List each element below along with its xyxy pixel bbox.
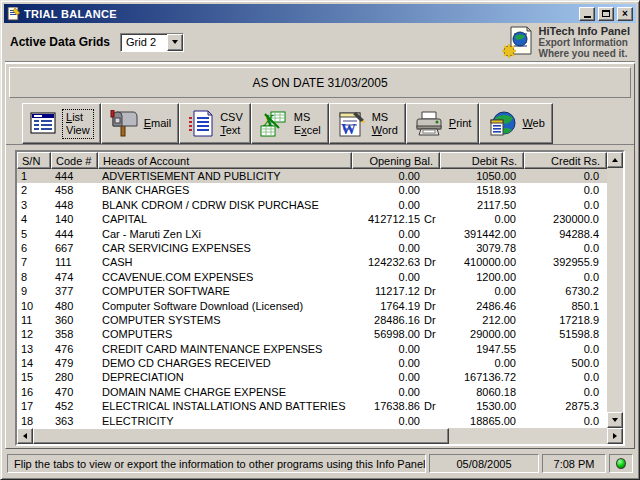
active-grid-combobox[interactable]: Grid 2 <box>120 33 184 52</box>
csv-document-icon <box>187 110 215 138</box>
scroll-up-button[interactable] <box>607 152 623 168</box>
cell-head: ADVERTISEMENT AND PUBLICITY <box>98 169 352 183</box>
cell-code: 480 <box>51 299 98 313</box>
column-header-open[interactable]: Opening Bal. <box>352 152 440 169</box>
table-row[interactable]: 16470DOMAIN NAME CHARGE EXPENSE0.008060.… <box>17 385 607 399</box>
cell-code: 479 <box>51 356 98 370</box>
cell-sn: 9 <box>17 284 51 298</box>
cell-head: ELECTRICAL INSTALLATIONS AND BATTERIES <box>98 399 352 413</box>
cell-credit: 0.0 <box>524 385 607 399</box>
cell-sn: 11 <box>17 313 51 327</box>
tab-ms-excel[interactable]: X MSExcel <box>251 103 329 144</box>
scroll-right-button[interactable] <box>607 428 623 444</box>
status-time: 7:08 PM <box>554 458 595 470</box>
column-header-sn[interactable]: S/N <box>17 152 51 169</box>
column-header-head[interactable]: Heads of Account <box>98 152 352 169</box>
table-row[interactable]: 18363ELECTRICITY0.0018865.000.0 <box>17 414 607 428</box>
cell-head: COMPUTER SYSTEMS <box>98 313 352 327</box>
table-row[interactable]: 12358COMPUTERS56998.00Dr29000.0051598.8 <box>17 327 607 341</box>
active-data-grids-label: Active Data Grids <box>10 35 110 49</box>
status-time-panel: 7:08 PM <box>542 454 606 473</box>
cell-code: 458 <box>51 183 98 197</box>
table-row[interactable]: 10480Computer Software Download (License… <box>17 299 607 313</box>
cell-head: CASH <box>98 255 352 269</box>
scroll-left-button[interactable] <box>17 428 33 444</box>
green-led-icon <box>616 458 626 469</box>
horizontal-scroll-thumb[interactable] <box>33 428 449 444</box>
table-row[interactable]: 9377COMPUTER SOFTWARE11217.12Dr0.006730.… <box>17 284 607 298</box>
cell-debit: 2117.50 <box>440 198 524 212</box>
maximize-button[interactable] <box>598 7 614 21</box>
tab-list-view-label: ListView <box>63 110 93 138</box>
active-grid-value: Grid 2 <box>121 34 167 51</box>
tab-email[interactable]: Email <box>101 103 180 144</box>
cell-code: 470 <box>51 385 98 399</box>
cell-sn: 2 <box>17 183 51 197</box>
scroll-down-button[interactable] <box>607 412 623 428</box>
combobox-dropdown-button[interactable] <box>167 34 183 51</box>
cell-open: 0.00 <box>352 370 440 384</box>
cell-debit: 1530.00 <box>440 399 524 413</box>
cell-open: 0.00 <box>352 183 440 197</box>
cell-credit: 0.0 <box>524 414 607 428</box>
table-row[interactable]: 11360COMPUTER SYSTEMS28486.16Dr212.00172… <box>17 313 607 327</box>
table-row[interactable]: 17452ELECTRICAL INSTALLATIONS AND BATTER… <box>17 399 607 413</box>
cell-code: 474 <box>51 270 98 284</box>
tab-print[interactable]: Print <box>406 103 480 144</box>
cell-sn: 16 <box>17 385 51 399</box>
cell-credit: 500.0 <box>524 356 607 370</box>
cell-debit: 167136.72 <box>440 370 524 384</box>
table-row[interactable]: 5444Car - Maruti Zen LXi0.00391442.00942… <box>17 227 607 241</box>
table-row[interactable]: 14479DEMO CD CHARGES RECEIVED0.000.00500… <box>17 356 607 370</box>
cell-head: COMPUTER SOFTWARE <box>98 284 352 298</box>
horizontal-scrollbar[interactable] <box>17 428 623 444</box>
table-row[interactable]: 1444ADVERTISEMENT AND PUBLICITY0.001050.… <box>17 169 607 183</box>
status-date: 05/08/2005 <box>456 458 511 470</box>
cell-sn: 7 <box>17 255 51 269</box>
cell-credit: 392955.9 <box>524 255 607 269</box>
cell-code: 358 <box>51 327 98 341</box>
minimize-button[interactable] <box>579 7 595 21</box>
column-header-credit[interactable]: Credit Rs. <box>524 152 607 169</box>
cell-code: 377 <box>51 284 98 298</box>
cell-code: 363 <box>51 414 98 428</box>
cell-open: 1764.19Dr <box>352 299 440 313</box>
word-icon: W <box>337 110 367 138</box>
cell-credit: 0.0 <box>524 342 607 356</box>
horizontal-scroll-track[interactable] <box>449 428 607 444</box>
column-header-code[interactable]: Code # <box>51 152 98 169</box>
column-header-debit[interactable]: Debit Rs. <box>440 152 524 169</box>
cell-code: 667 <box>51 241 98 255</box>
cell-sn: 18 <box>17 414 51 428</box>
close-button[interactable]: × <box>617 7 633 21</box>
cell-debit: 2486.46 <box>440 299 524 313</box>
cell-head: DEPRECIATION <box>98 370 352 384</box>
tab-list-view[interactable]: ListView <box>22 103 101 144</box>
table-row[interactable]: 7111CASH124232.63Dr410000.00392955.9 <box>17 255 607 269</box>
table-row[interactable]: 15280DEPRECIATION0.00167136.720.0 <box>17 370 607 384</box>
title-bar: TRIAL BALANCE × <box>4 4 636 23</box>
vertical-scroll-track[interactable] <box>607 168 623 412</box>
cell-open: 0.00 <box>352 270 440 284</box>
table-row[interactable]: 13476CREDIT CARD MAINTENANCE EXPENSES0.0… <box>17 342 607 356</box>
table-row[interactable]: 8474CCAVENUE.COM EXPENSES0.001200.000.0 <box>17 270 607 284</box>
cell-debit: 0.00 <box>440 212 524 226</box>
arrow-up-icon <box>612 158 618 162</box>
cell-open: 28486.16Dr <box>352 313 440 327</box>
cell-sn: 17 <box>17 399 51 413</box>
table-row[interactable]: 2458BANK CHARGES0.001518.930.0 <box>17 183 607 197</box>
tab-csv-text[interactable]: CSVText <box>179 103 251 144</box>
as-on-date-text: AS ON DATE 31/03/2005 <box>252 76 387 90</box>
printer-icon <box>414 111 444 137</box>
table-row[interactable]: 6667CAR SERVICING EXPENSES0.003079.780.0 <box>17 241 607 255</box>
table-row[interactable]: 4140CAPITAL412712.15Cr0.00230000.0 <box>17 212 607 226</box>
tab-ms-word[interactable]: W MSWord <box>329 103 406 144</box>
cell-credit: 0.0 <box>524 198 607 212</box>
cell-code: 448 <box>51 198 98 212</box>
brand-line2: Export Information <box>539 37 630 48</box>
vertical-scrollbar[interactable] <box>607 152 623 428</box>
status-bar: Flip the tabs to view or export the info… <box>5 451 635 476</box>
table-row[interactable]: 3448BLANK CDROM / CDRW DISK PURCHASE0.00… <box>17 198 607 212</box>
cell-open: 0.00 <box>352 241 440 255</box>
tab-web[interactable]: Web <box>479 103 552 144</box>
